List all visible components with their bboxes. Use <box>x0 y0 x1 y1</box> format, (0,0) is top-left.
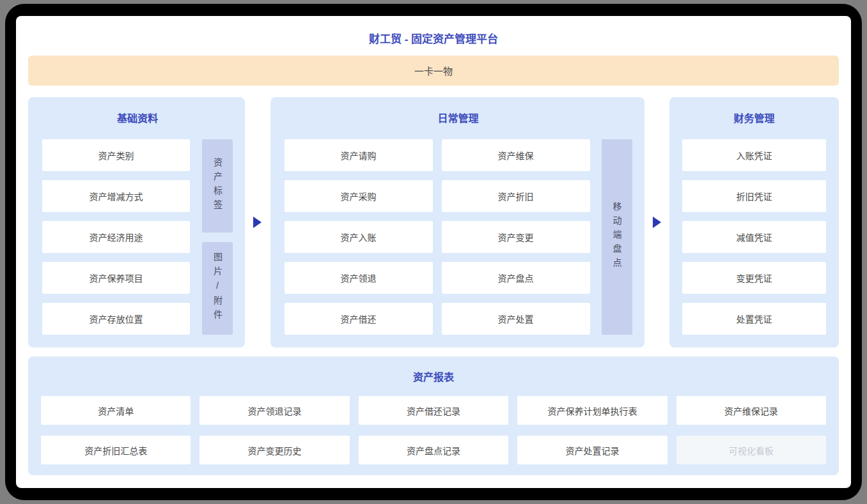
panel-daily-body: 资产请购 资产采购 资产入账 资产领退 资产借还 资产维保 资产折旧 资产变更 … <box>285 139 632 335</box>
arrow-gap-right <box>644 97 670 347</box>
card-asset-change[interactable]: 资产变更 <box>442 221 590 253</box>
banner-label: 一卡一物 <box>414 64 453 77</box>
card-depreciation-voucher[interactable]: 折旧凭证 <box>682 180 826 212</box>
card-visual-dashboard-disabled: 可视化看板 <box>676 436 826 464</box>
card-impairment-voucher[interactable]: 减值凭证 <box>682 221 826 253</box>
card-asset-economic-use[interactable]: 资产经济用途 <box>42 221 190 253</box>
arrow-right-icon <box>653 217 661 228</box>
main-panels-row: 基础资料 资产类别 资产增减方式 资产经济用途 资产保养项目 资产存放位置 资产… <box>28 97 839 347</box>
app-window-frame: 财工贸 - 固定资产管理平台 一卡一物 基础资料 资产类别 资产增减方式 资产经… <box>5 4 862 500</box>
panel-reports-title: 资产报表 <box>41 356 826 396</box>
panel-basic-body: 资产类别 资产增减方式 资产经济用途 资产保养项目 资产存放位置 资产标签 图片… <box>42 139 233 335</box>
card-disposal-voucher[interactable]: 处置凭证 <box>682 303 826 335</box>
daily-cards-column-2: 资产维保 资产折旧 资产变更 资产盘点 资产处置 <box>442 139 590 335</box>
side-strip-asset-label-text: 资产标签 <box>213 158 222 214</box>
card-asset-depreciation-summary[interactable]: 资产折旧汇总表 <box>41 436 191 464</box>
card-asset-disposal-record[interactable]: 资产处置记录 <box>517 436 667 464</box>
card-asset-depreciation[interactable]: 资产折旧 <box>442 180 590 212</box>
card-asset-inventory[interactable]: 资产盘点 <box>442 262 590 294</box>
reports-grid: 资产清单 资产领退记录 资产借还记录 资产保养计划单执行表 资产维保记录 资产折… <box>41 396 826 464</box>
card-asset-increase-decrease-mode[interactable]: 资产增减方式 <box>42 180 190 212</box>
side-strip-mobile-inventory[interactable]: 移动端盘点 <box>602 139 632 335</box>
card-asset-issue-return[interactable]: 资产领退 <box>285 262 433 294</box>
card-asset-entry[interactable]: 资产入账 <box>285 221 433 253</box>
side-strip-image-attachment-text: 图片/附件 <box>213 252 222 324</box>
card-entry-voucher[interactable]: 入账凭证 <box>682 139 826 171</box>
card-asset-storage-location[interactable]: 资产存放位置 <box>42 303 190 335</box>
content-area: 财工贸 - 固定资产管理平台 一卡一物 基础资料 资产类别 资产增减方式 资产经… <box>16 16 851 488</box>
daily-cards-column-1: 资产请购 资产采购 资产入账 资产领退 资产借还 <box>285 139 433 335</box>
panel-basic-title: 基础资料 <box>42 97 233 139</box>
card-asset-requisition[interactable]: 资产请购 <box>285 139 433 171</box>
card-asset-borrow-return[interactable]: 资产借还 <box>285 303 433 335</box>
panel-daily-title: 日常管理 <box>285 97 632 139</box>
basic-cards-column: 资产类别 资产增减方式 资产经济用途 资产保养项目 资产存放位置 <box>42 139 190 335</box>
panel-basic-data: 基础资料 资产类别 资产增减方式 资产经济用途 资产保养项目 资产存放位置 资产… <box>28 97 245 347</box>
card-asset-category[interactable]: 资产类别 <box>42 139 190 171</box>
one-card-one-item-banner: 一卡一物 <box>28 56 839 86</box>
finance-cards-column: 入账凭证 折旧凭证 减值凭证 变更凭证 处置凭证 <box>682 139 826 335</box>
arrow-gap-left <box>245 97 270 347</box>
card-asset-issue-return-record[interactable]: 资产领退记录 <box>199 396 349 425</box>
card-asset-change-history[interactable]: 资产变更历史 <box>199 436 349 464</box>
side-strip-mobile-inventory-text: 移动端盘点 <box>613 202 621 272</box>
card-asset-maintenance-plan-execution[interactable]: 资产保养计划单执行表 <box>517 396 667 425</box>
arrow-right-icon <box>253 217 262 228</box>
panel-daily-management: 日常管理 资产请购 资产采购 资产入账 资产领退 资产借还 资产维保 资产折旧 … <box>270 97 644 347</box>
side-strip-image-attachment[interactable]: 图片/附件 <box>202 242 233 335</box>
card-asset-maintenance-record[interactable]: 资产维保记录 <box>676 396 826 425</box>
card-asset-inventory-record[interactable]: 资产盘点记录 <box>359 436 508 464</box>
card-asset-borrow-return-record[interactable]: 资产借还记录 <box>359 396 508 425</box>
card-asset-list[interactable]: 资产清单 <box>41 396 191 425</box>
panel-finance-management: 财务管理 入账凭证 折旧凭证 减值凭证 变更凭证 处置凭证 <box>669 97 839 347</box>
card-asset-purchase[interactable]: 资产采购 <box>285 180 433 212</box>
card-asset-maintenance[interactable]: 资产维保 <box>442 139 590 171</box>
page-title: 财工贸 - 固定资产管理平台 <box>28 29 839 56</box>
side-strip-asset-label[interactable]: 资产标签 <box>202 139 233 233</box>
panel-finance-body: 入账凭证 折旧凭证 减值凭证 变更凭证 处置凭证 <box>682 139 826 335</box>
basic-side-column: 资产标签 图片/附件 <box>202 139 233 335</box>
daily-side-column: 移动端盘点 <box>602 139 632 335</box>
panel-asset-reports: 资产报表 资产清单 资产领退记录 资产借还记录 资产保养计划单执行表 资产维保记… <box>28 356 839 475</box>
card-asset-maintenance-item[interactable]: 资产保养项目 <box>42 262 190 294</box>
card-change-voucher[interactable]: 变更凭证 <box>682 262 826 294</box>
panel-finance-title: 财务管理 <box>682 97 826 139</box>
card-asset-disposal[interactable]: 资产处置 <box>442 303 590 335</box>
